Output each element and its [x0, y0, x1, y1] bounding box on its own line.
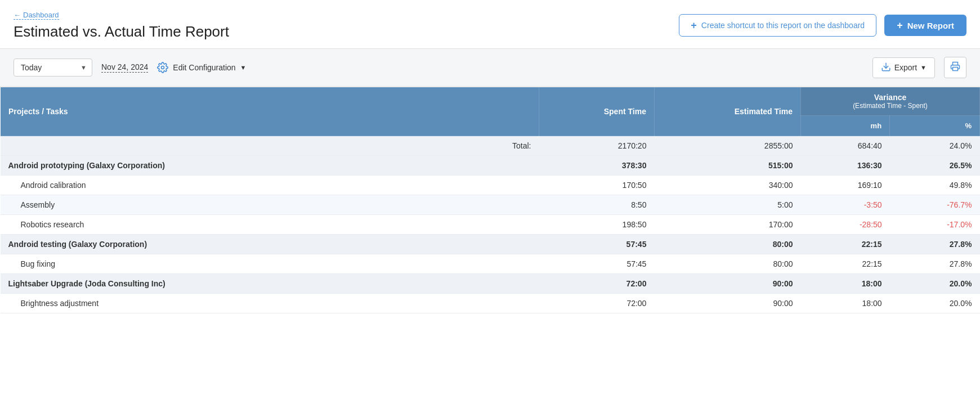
table-row: Android testing (Galaxy Corporation)57:4…: [1, 235, 980, 254]
cell-variance-pct: 27.8%: [890, 235, 980, 254]
shortcut-button[interactable]: + Create shortcut to this report on the …: [679, 14, 876, 37]
new-report-button[interactable]: + New Report: [884, 15, 966, 36]
cell-variance-mh: 22:15: [800, 235, 889, 254]
print-button[interactable]: [944, 57, 966, 78]
cell-variance-pct: 20.0%: [890, 274, 980, 294]
cell-spent: 378:30: [539, 156, 655, 176]
cell-estimated: 2855:00: [654, 136, 800, 156]
table-row: Bug fixing57:4580:0022:1527.8%: [1, 254, 980, 274]
shortcut-button-label: Create shortcut to this report on the da…: [701, 21, 865, 30]
print-icon: [950, 64, 960, 73]
svg-point-0: [162, 66, 164, 69]
cell-estimated: 5:00: [654, 195, 800, 215]
cell-spent: 72:00: [539, 274, 655, 294]
cell-estimated: 90:00: [654, 274, 800, 294]
cell-estimated: 80:00: [654, 235, 800, 254]
export-label: Export: [894, 63, 917, 72]
export-button[interactable]: Export ▼: [872, 57, 935, 78]
cell-label: Android calibration: [1, 176, 539, 195]
report-table: Projects / Tasks Spent Time Estimated Ti…: [0, 87, 980, 313]
new-report-button-label: New Report: [907, 21, 954, 30]
edit-configuration-label: Edit Configuration: [173, 63, 235, 72]
cell-variance-mh: 169:10: [800, 176, 889, 195]
gear-icon: [157, 62, 168, 73]
cell-label: Bug fixing: [1, 254, 539, 274]
table-wrapper: Projects / Tasks Spent Time Estimated Ti…: [0, 87, 980, 313]
cell-spent: 198:50: [539, 215, 655, 235]
page-title: Estimated vs. Actual Time Report: [14, 23, 229, 41]
table-header-main: Projects / Tasks Spent Time Estimated Ti…: [1, 87, 980, 116]
cell-label: Android testing (Galaxy Corporation): [1, 235, 539, 254]
variance-label: Variance: [809, 93, 972, 102]
cell-variance-pct: 49.8%: [890, 176, 980, 195]
col-header-pct: %: [890, 116, 980, 136]
cell-estimated: 515:00: [654, 156, 800, 176]
cell-estimated: 80:00: [654, 254, 800, 274]
cell-estimated: 340:00: [654, 176, 800, 195]
cell-variance-mh: -28:50: [800, 215, 889, 235]
cell-label: Brightness adjustment: [1, 294, 539, 313]
toolbar: Today Yesterday This week Last week This…: [0, 49, 980, 87]
cell-variance-pct: -76.7%: [890, 195, 980, 215]
table-row: Brightness adjustment72:0090:0018:0020.0…: [1, 294, 980, 313]
cell-label: Lightsaber Upgrade (Joda Consulting Inc): [1, 274, 539, 294]
variance-sub-label: (Estimated Time - Spent): [809, 102, 972, 110]
col-header-variance: Variance (Estimated Time - Spent): [800, 87, 979, 116]
cell-variance-pct: -17.0%: [890, 215, 980, 235]
col-header-mh: mh: [800, 116, 889, 136]
table-row: Lightsaber Upgrade (Joda Consulting Inc)…: [1, 274, 980, 294]
plus-icon: +: [691, 20, 697, 30]
cell-spent: 2170:20: [539, 136, 655, 156]
cell-variance-pct: 24.0%: [890, 136, 980, 156]
cell-spent: 57:45: [539, 254, 655, 274]
cell-spent: 72:00: [539, 294, 655, 313]
edit-configuration-button[interactable]: Edit Configuration ▼: [157, 62, 246, 73]
date-select-wrapper: Today Yesterday This week Last week This…: [14, 59, 92, 77]
table-row: Android prototyping (Galaxy Corporation)…: [1, 156, 980, 176]
cell-variance-mh: 18:00: [800, 294, 889, 313]
back-link[interactable]: ← Dashboard: [14, 11, 59, 20]
cell-spent: 57:45: [539, 235, 655, 254]
cell-variance-mh: 136:30: [800, 156, 889, 176]
cell-variance-pct: 26.5%: [890, 156, 980, 176]
export-chevron-icon: ▼: [920, 64, 927, 71]
table-body: Total:2170:202855:00684:4024.0%Android p…: [1, 136, 980, 313]
header: ← Dashboard Estimated vs. Actual Time Re…: [0, 0, 980, 49]
back-link-label: Dashboard: [23, 11, 59, 19]
cell-spent: 8:50: [539, 195, 655, 215]
col-header-estimated-time: Estimated Time: [654, 87, 800, 136]
date-select[interactable]: Today Yesterday This week Last week This…: [14, 59, 92, 77]
date-label: Nov 24, 2024: [101, 62, 148, 73]
svg-rect-2: [953, 68, 958, 71]
cell-spent: 170:50: [539, 176, 655, 195]
table-row: Total:2170:202855:00684:4024.0%: [1, 136, 980, 156]
cell-estimated: 90:00: [654, 294, 800, 313]
cell-variance-mh: 22:15: [800, 254, 889, 274]
new-report-plus-icon: +: [897, 20, 903, 30]
cell-estimated: 170:00: [654, 215, 800, 235]
header-left: ← Dashboard Estimated vs. Actual Time Re…: [14, 10, 229, 41]
edit-config-chevron-icon: ▼: [240, 64, 247, 71]
cell-variance-mh: 18:00: [800, 274, 889, 294]
cell-label: Total:: [1, 136, 539, 156]
cell-variance-mh: 684:40: [800, 136, 889, 156]
cell-label: Robotics research: [1, 215, 539, 235]
table-row: Assembly8:505:00-3:50-76.7%: [1, 195, 980, 215]
table-row: Robotics research198:50170:00-28:50-17.0…: [1, 215, 980, 235]
cell-variance-pct: 27.8%: [890, 254, 980, 274]
col-header-project-tasks: Projects / Tasks: [1, 87, 539, 136]
header-right: + Create shortcut to this report on the …: [679, 14, 966, 37]
cell-variance-pct: 20.0%: [890, 294, 980, 313]
page-wrapper: ← Dashboard Estimated vs. Actual Time Re…: [0, 0, 980, 404]
export-icon: [881, 62, 891, 74]
cell-variance-mh: -3:50: [800, 195, 889, 215]
back-arrow-icon: ←: [14, 11, 21, 19]
table-row: Android calibration170:50340:00169:1049.…: [1, 176, 980, 195]
cell-label: Android prototyping (Galaxy Corporation): [1, 156, 539, 176]
cell-label: Assembly: [1, 195, 539, 215]
col-header-spent-time: Spent Time: [539, 87, 655, 136]
